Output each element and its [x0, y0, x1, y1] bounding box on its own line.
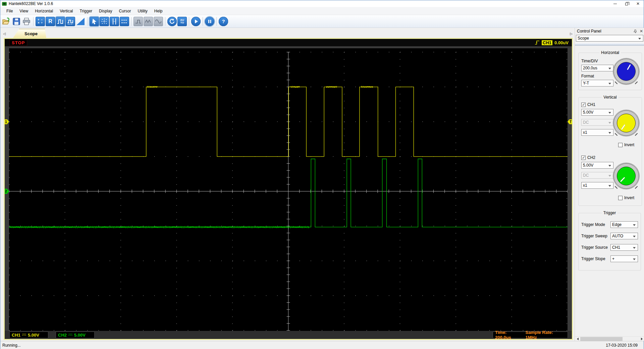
- reference-button[interactable]: R: [46, 17, 55, 26]
- sine-wave-button[interactable]: [154, 17, 163, 26]
- run-state-indicator: STOP: [9, 40, 27, 46]
- ch2-checkbox-label: CH2: [587, 155, 595, 160]
- restore-button[interactable]: [621, 0, 632, 7]
- title-bar: Hantek6022BE Ver 1.0.6 ✕: [0, 0, 644, 7]
- ch2-probe-select[interactable]: x1: [581, 182, 613, 189]
- cursor-horizontal-button[interactable]: [120, 17, 129, 26]
- math-button[interactable]: + −× ÷: [36, 17, 45, 26]
- step-wave-icon: [135, 18, 142, 25]
- cursor-arrow-button[interactable]: [90, 17, 99, 26]
- ch1-invert-checkbox[interactable]: [618, 143, 623, 147]
- refresh-button[interactable]: [167, 17, 177, 26]
- menu-view[interactable]: View: [16, 8, 32, 14]
- step-wave-button[interactable]: [133, 17, 143, 26]
- format-select[interactable]: Y-T: [581, 80, 613, 86]
- arrow-cursor-icon: [91, 18, 98, 25]
- close-button[interactable]: ✕: [632, 0, 644, 7]
- sample-rate-value: Sample Rate: 1MHz: [525, 330, 566, 340]
- toolbar-separator: [203, 17, 203, 26]
- trigger-source-badge: CH1: [542, 40, 552, 45]
- ch2-enable-checkbox[interactable]: [581, 156, 586, 160]
- cursor-cross-button[interactable]: [100, 17, 109, 26]
- ch2-position-knob[interactable]: [613, 163, 639, 189]
- print-button[interactable]: [22, 17, 31, 26]
- menu-display[interactable]: Display: [96, 8, 115, 14]
- ch1-invert-label: Invert: [624, 142, 634, 147]
- ch1-enable-checkbox[interactable]: [581, 103, 586, 107]
- scroll-right-button[interactable]: [639, 337, 644, 341]
- trigger-source-select[interactable]: CH1: [610, 244, 638, 251]
- scroll-left-icon: [577, 338, 579, 340]
- ch1-probe-select[interactable]: x1: [581, 129, 613, 136]
- ch1-volts-select[interactable]: 5.00V: [581, 109, 613, 116]
- app-icon: [2, 2, 7, 6]
- save-button[interactable]: [12, 17, 21, 26]
- application-window: Hantek6022BE Ver 1.0.6 ✕ File View Horiz…: [0, 0, 644, 349]
- scrollbar-thumb[interactable]: [580, 337, 623, 341]
- tab-scroll-right-button[interactable]: ▷: [569, 31, 574, 37]
- tab-bar: ◁ Scope ▷: [0, 28, 575, 38]
- scroll-left-button[interactable]: [575, 337, 580, 341]
- menu-cursor[interactable]: Cursor: [115, 8, 134, 14]
- toolbar-separator: [216, 17, 217, 26]
- menu-utility[interactable]: Utility: [134, 8, 151, 14]
- menu-vertical[interactable]: Vertical: [56, 8, 76, 14]
- horizontal-legend: Horizontal: [599, 50, 621, 55]
- trigger-sweep-label: Trigger Sweep: [581, 234, 607, 238]
- start-button[interactable]: [191, 17, 201, 26]
- trigger-slope-select[interactable]: +: [610, 255, 638, 262]
- menu-horizontal[interactable]: Horizontal: [32, 8, 56, 14]
- trigger-mode-select[interactable]: Edge: [610, 221, 638, 228]
- ch1-checkbox-label: CH1: [587, 102, 595, 107]
- ch2-dc-coupling-icon: [68, 334, 72, 336]
- scope-widget: STOP CH1 0.00uV: [4, 38, 573, 340]
- ch1-dc-coupling-icon: [22, 334, 26, 336]
- trigger-mode-label: Trigger Mode: [581, 222, 605, 227]
- ch2-invert-checkbox[interactable]: [618, 196, 623, 200]
- waveform-average-button[interactable]: [66, 17, 75, 26]
- floppy-disk-icon: [12, 17, 20, 25]
- minimize-button[interactable]: [609, 0, 621, 7]
- tab-scroll-left-button[interactable]: ◁: [2, 31, 7, 37]
- ch1-zero-marker[interactable]: 1: [5, 119, 9, 124]
- pause-button[interactable]: [205, 17, 214, 26]
- open-button[interactable]: [2, 17, 11, 26]
- vertical-cursors-icon: [111, 18, 118, 25]
- ch2-readout-value: 5.00V: [74, 333, 86, 338]
- restore-icon: [625, 3, 628, 5]
- square-wave-icon: [57, 18, 64, 25]
- ch2-readout: CH2 5.00V: [56, 332, 95, 338]
- menu-trigger[interactable]: Trigger: [76, 8, 96, 14]
- panel-horizontal-scrollbar: [575, 336, 644, 341]
- trigger-level-marker[interactable]: T: [568, 119, 572, 124]
- trigger-slope-label: Trigger Slope: [581, 256, 605, 261]
- toolbar-separator: [189, 17, 189, 26]
- square-wave-average-icon: [67, 18, 74, 25]
- menu-help[interactable]: Help: [151, 8, 166, 14]
- help-button[interactable]: ?: [219, 17, 228, 26]
- autoset-icon: AUTO: [180, 19, 184, 24]
- status-text: Running...: [2, 343, 21, 348]
- trigger-sweep-select[interactable]: AUTO: [610, 233, 638, 239]
- scrollbar-track[interactable]: [580, 337, 639, 341]
- cursor-vertical-button[interactable]: [110, 17, 119, 26]
- math-icon: + −× ÷: [38, 18, 43, 24]
- panel-close-icon[interactable]: ✕: [640, 29, 643, 34]
- time-div-select[interactable]: 200.0us: [581, 65, 613, 71]
- persistence-button[interactable]: [76, 17, 85, 26]
- scroll-right-icon: [641, 338, 643, 340]
- panel-mode-select[interactable]: Scope: [576, 35, 643, 42]
- menu-file[interactable]: File: [3, 8, 16, 14]
- panel-divider: [575, 43, 644, 46]
- ch2-volts-select[interactable]: 5.00V: [581, 162, 613, 169]
- horizontal-group: Horizontal Time/DIV 200.0us Format Y-T: [578, 50, 642, 90]
- waveform-normal-button[interactable]: [56, 17, 65, 26]
- tab-scope[interactable]: Scope: [13, 29, 46, 38]
- zigzag-wave-button[interactable]: [144, 17, 153, 26]
- horizontal-position-knob[interactable]: [613, 59, 639, 84]
- close-icon: ✕: [636, 2, 640, 6]
- ch2-zero-marker[interactable]: 2: [5, 189, 9, 194]
- pin-icon[interactable]: [633, 30, 637, 33]
- autoset-button[interactable]: AUTO: [177, 17, 187, 26]
- ch1-position-knob[interactable]: [613, 110, 639, 136]
